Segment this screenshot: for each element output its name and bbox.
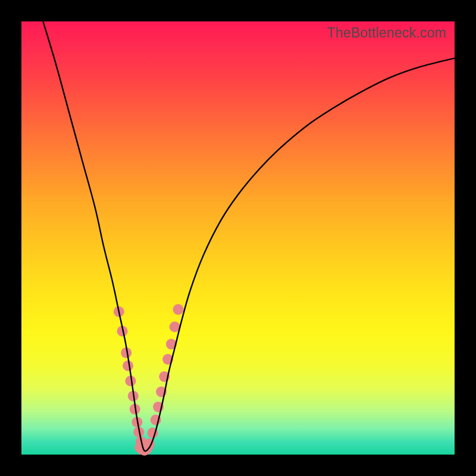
chart-svg: [21, 21, 455, 455]
data-point-marker: [173, 304, 184, 315]
bottleneck-curve: [43, 21, 455, 451]
marker-cluster-left: [114, 306, 146, 447]
chart-frame: TheBottleneck.com: [0, 0, 476, 476]
marker-cluster-right: [144, 304, 184, 449]
plot-area: TheBottleneck.com: [21, 21, 455, 455]
data-point-marker: [123, 361, 133, 371]
